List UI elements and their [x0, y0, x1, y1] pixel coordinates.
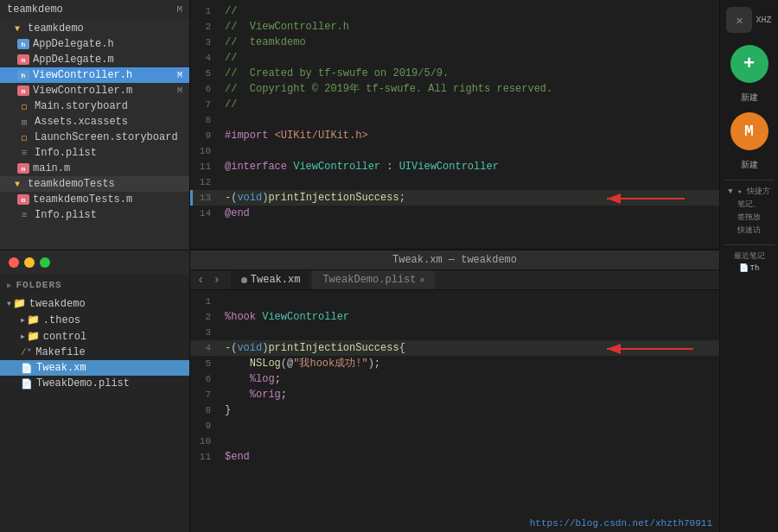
folder-icon: 📁: [27, 330, 40, 343]
code-line: 1 //: [190, 3, 719, 19]
file-label: LaunchScreen.storyboard: [35, 131, 178, 143]
m-file-icon: m: [17, 86, 29, 96]
url-bar-container: https://blog.csdn.net/xhzth70911: [190, 515, 719, 532]
m-file-icon: m: [17, 54, 29, 65]
tab-next-button[interactable]: ›: [209, 271, 223, 288]
folder-teamkdemo[interactable]: ▼ teamkdemo: [0, 21, 189, 36]
file-info-plist2[interactable]: ≡ Info.plist: [0, 207, 189, 223]
folder-tweakdemo[interactable]: ▼ 📁 tweakdemo: [0, 295, 189, 312]
file-icon: 📄: [21, 378, 33, 390]
folder-teamkdemoTests[interactable]: ▼ teamkdemoTests: [0, 176, 189, 192]
file-launchscreen[interactable]: ◻ LaunchScreen.storyboard: [0, 130, 189, 145]
modified-badge: M: [177, 86, 182, 96]
code-line-13: 13 -(void)printInjectionSuccess;: [190, 190, 719, 206]
app-name-label: XHZ: [756, 16, 771, 25]
file-assets[interactable]: ⊞ Assets.xcassets: [0, 114, 189, 130]
m-file-icon: m: [17, 194, 29, 205]
code-line: 11 $end: [190, 449, 719, 465]
new-label-2: 新建: [741, 159, 758, 171]
file-teamkdemoTests-m[interactable]: m teamkdemoTests.m: [0, 192, 189, 207]
file-appdelegate-m[interactable]: m AppDelegate.m: [0, 52, 189, 67]
file-main-storyboard[interactable]: ◻ Main.storyboard: [0, 98, 189, 114]
minimize-button[interactable]: [24, 257, 35, 268]
expand-icon: ▶: [21, 316, 25, 324]
new-button-1[interactable]: +: [730, 45, 768, 83]
editor-title: Tweak.xm — tweakdemo: [392, 254, 517, 266]
logo-x-icon: ✕: [736, 13, 743, 28]
recent-item[interactable]: 📄 Th: [739, 263, 760, 273]
code-line: 3 // teamkdemo: [190, 35, 719, 50]
arrow-annotation-top: [590, 188, 693, 209]
btn-new1-text: 新建: [741, 93, 758, 103]
file-label: AppDelegate.h: [33, 38, 114, 50]
project-title: teamkdemo M: [0, 0, 189, 19]
modified-badge: M: [177, 71, 182, 80]
tab-bar: ‹ › Tweak.xm TweakDemo.plist ✕: [190, 270, 719, 290]
file-main-m[interactable]: m main.m: [0, 161, 189, 176]
code-line: 2 %hook ViewController: [190, 309, 719, 325]
recent-section: 最近笔记 📄 Th: [724, 244, 775, 273]
code-area-bottom: 1 2 %hook ViewController 3 4 -(void)prin…: [190, 290, 719, 515]
file-tweak-xm[interactable]: 📄 Tweak.xm: [0, 360, 189, 376]
tab-tweakdemo-plist[interactable]: TweakDemo.plist ✕: [312, 270, 435, 289]
project-badge: M: [176, 4, 182, 15]
recent-note-text: Th: [750, 264, 760, 273]
code-line: 7 %orig;: [190, 387, 719, 402]
file-appdelegate-h[interactable]: h AppDelegate.h: [0, 36, 189, 52]
tab-prev-button[interactable]: ‹: [194, 271, 207, 288]
code-line: 1: [190, 294, 719, 309]
h-file-icon: h: [17, 70, 29, 80]
folders-section: ▶ FOLDERS ▼ 📁 tweakdemo ▶ 📁 .theos ▶ 📁 c…: [0, 275, 189, 532]
app-logo-area: ✕ XHZ: [726, 7, 771, 33]
code-line: 9 #import <UIKit/UIKit.h>: [190, 128, 719, 143]
code-line: 2 // ViewController.h: [190, 19, 719, 35]
assets-icon: ⊞: [17, 116, 31, 128]
code-line: 7 //: [190, 97, 719, 112]
code-line: 11 @interface ViewController : UIViewCon…: [190, 159, 719, 174]
btn-new2-text: 新建: [741, 161, 758, 170]
folder-icon: 📁: [27, 314, 40, 326]
file-tweakdemo-plist[interactable]: 📄 TweakDemo.plist: [0, 376, 189, 391]
storyboard-icon: ◻: [17, 131, 31, 143]
recent-label: 最近笔记: [734, 250, 765, 262]
file-viewcontroller-m[interactable]: m ViewController.m M: [0, 83, 189, 98]
code-line: 8 }: [190, 402, 719, 418]
quick-section-label: ▼ ★ 快捷方: [728, 186, 770, 197]
folder-label: teamkdemo: [28, 22, 84, 35]
file-label: main.m: [33, 162, 70, 174]
code-line: 9: [190, 418, 719, 434]
file-label: Info.plist: [35, 147, 97, 159]
file-label: ViewController.m: [33, 85, 132, 97]
triangle-icon: ▶: [7, 281, 12, 290]
top-editor: 1 // 2 // ViewController.h 3 // teamkdem…: [190, 0, 719, 250]
code-area-top: 1 // 2 // ViewController.h 3 // teamkdem…: [190, 0, 719, 249]
plus-icon: +: [743, 54, 755, 75]
file-info-plist[interactable]: ≡ Info.plist: [0, 145, 189, 161]
folder-control[interactable]: ▶ 📁 control: [0, 328, 189, 345]
file-label: Info.plist: [35, 209, 97, 221]
file-viewcontroller-h[interactable]: h ViewController.h M: [0, 67, 189, 83]
folder-label: control: [43, 331, 86, 343]
file-label: Assets.xcassets: [35, 116, 128, 128]
tab-navigation: ‹ ›: [194, 271, 224, 288]
new-button-2[interactable]: M: [730, 112, 768, 150]
plist-icon: ≡: [17, 147, 31, 159]
tab-tweak-xm[interactable]: Tweak.xm: [231, 270, 311, 289]
expand-icon: ▼: [7, 300, 11, 307]
close-button[interactable]: [9, 257, 19, 268]
makefile-icon: /*: [21, 347, 32, 358]
folder-label: tweakdemo: [29, 298, 86, 310]
file-makefile[interactable]: /* Makefile: [0, 345, 189, 360]
code-line: 4 //: [190, 50, 719, 66]
code-line: 6 %log;: [190, 371, 719, 387]
file-label: Tweak.xm: [36, 362, 86, 374]
code-line: 8: [190, 112, 719, 128]
folders-label: FOLDERS: [16, 280, 61, 290]
folder-label: .theos: [43, 314, 80, 326]
file-label: teamkdemoTests.m: [33, 193, 132, 206]
maximize-button[interactable]: [40, 257, 50, 268]
line-indicator: [190, 190, 193, 206]
tab-close-button[interactable]: ✕: [419, 275, 424, 285]
folder-theos[interactable]: ▶ 📁 .theos: [0, 312, 189, 328]
recent-note-icon: 📄: [739, 263, 749, 273]
